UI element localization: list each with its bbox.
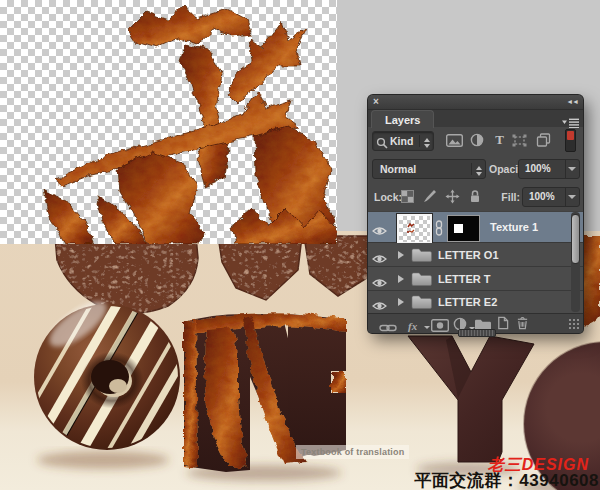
opacity-value-box[interactable]: 100% bbox=[518, 159, 580, 179]
caption-text: Textbook of translation bbox=[301, 447, 404, 457]
filter-toggle-indicator bbox=[567, 131, 574, 140]
visibility-eye-icon[interactable] bbox=[372, 250, 387, 260]
opacity-value: 100% bbox=[525, 163, 551, 174]
blend-row: Normal Opacity: 100% bbox=[368, 154, 583, 182]
layer-name[interactable]: LETTER O1 bbox=[438, 249, 499, 261]
lock-image-pixels-brush-icon[interactable] bbox=[422, 189, 437, 204]
filter-shape-layers-icon[interactable] bbox=[511, 133, 528, 148]
filter-toggle-switch[interactable] bbox=[565, 129, 576, 152]
blend-mode-dropdown[interactable]: Normal bbox=[372, 159, 486, 179]
layer-list: Texture 1 LETTER O1 LETTER T bbox=[368, 211, 583, 314]
link-layers-button[interactable] bbox=[379, 319, 397, 333]
visibility-eye-icon[interactable] bbox=[372, 297, 387, 307]
layer-thumbnail[interactable] bbox=[397, 214, 432, 244]
panel-titlebar[interactable]: × ◄◄ bbox=[368, 95, 583, 110]
search-icon bbox=[376, 135, 388, 147]
fill-value-box[interactable]: 100% bbox=[522, 187, 580, 207]
layer-name[interactable]: LETTER T bbox=[438, 273, 491, 285]
collapse-panel-icon[interactable]: ◄◄ bbox=[566, 96, 578, 108]
blend-mode-value: Normal bbox=[380, 163, 416, 175]
caption-watermark: Textbook of translation bbox=[296, 445, 409, 459]
filter-pixel-layers-icon[interactable] bbox=[446, 133, 463, 148]
folder-icon bbox=[411, 294, 432, 309]
qq-group-watermark: 平面交流群：43940608 bbox=[414, 469, 599, 490]
disclosure-triangle-icon[interactable] bbox=[398, 298, 404, 306]
filter-adjustment-layers-icon[interactable] bbox=[468, 133, 485, 148]
disclosure-triangle-icon[interactable] bbox=[398, 251, 404, 259]
updown-arrows-icon bbox=[471, 163, 483, 175]
delete-layer-trash-button[interactable] bbox=[516, 316, 534, 330]
layer-mask-thumbnail[interactable] bbox=[447, 215, 480, 242]
folder-icon bbox=[411, 271, 432, 286]
fill-value: 100% bbox=[529, 191, 555, 202]
scrollbar[interactable] bbox=[571, 212, 580, 312]
layer-row-texture-1[interactable]: Texture 1 bbox=[368, 212, 583, 243]
visibility-eye-icon[interactable] bbox=[372, 274, 387, 284]
layer-row-letter-t[interactable]: LETTER T bbox=[368, 267, 583, 291]
thumbnail-texture-marks bbox=[399, 216, 430, 242]
filter-kind-dropdown[interactable]: Kind bbox=[372, 131, 434, 151]
tab-layers[interactable]: Layers bbox=[371, 110, 434, 128]
mask-white-area bbox=[454, 224, 463, 233]
layer-row-letter-e2[interactable]: LETTER E2 bbox=[368, 291, 583, 314]
layers-panel: × ◄◄ Layers Kind T bbox=[368, 95, 583, 333]
close-icon[interactable]: × bbox=[373, 95, 379, 108]
lock-all-padlock-icon[interactable] bbox=[469, 189, 484, 204]
panel-resize-grip[interactable] bbox=[568, 318, 581, 329]
layer-row-letter-o1[interactable]: LETTER O1 bbox=[368, 243, 583, 267]
caret-down-icon[interactable] bbox=[565, 188, 579, 206]
filter-row: Kind T bbox=[368, 127, 583, 154]
lock-label: Lock: bbox=[374, 191, 402, 203]
lock-transparent-pixels-icon[interactable] bbox=[401, 189, 416, 204]
filter-type-layers-icon[interactable]: T bbox=[491, 133, 508, 148]
panel-menu-icon[interactable] bbox=[562, 114, 579, 124]
fill-label: Fill: bbox=[496, 191, 520, 203]
screenshot: Textbook of translation 老三DESIGN 平面交流群：4… bbox=[0, 0, 600, 490]
mask-link-icon[interactable] bbox=[434, 220, 444, 236]
visibility-eye-icon[interactable] bbox=[372, 222, 387, 232]
panel-tab-row: Layers bbox=[368, 110, 583, 127]
disclosure-triangle-icon[interactable] bbox=[398, 275, 404, 283]
filter-kind-label: Kind bbox=[390, 135, 413, 147]
filter-smart-objects-icon[interactable] bbox=[535, 133, 552, 148]
caret-down-icon[interactable] bbox=[565, 160, 579, 178]
folder-icon bbox=[411, 247, 432, 262]
new-layer-button[interactable] bbox=[496, 316, 514, 330]
updown-arrows-icon bbox=[419, 135, 431, 147]
panel-resize-handle[interactable] bbox=[458, 329, 496, 337]
layer-name[interactable]: Texture 1 bbox=[490, 221, 538, 233]
layer-styles-fx-button[interactable]: fx bbox=[408, 316, 426, 330]
lock-position-move-icon[interactable] bbox=[445, 189, 460, 204]
layer-name[interactable]: LETTER E2 bbox=[438, 296, 497, 308]
texture-layer-strokes bbox=[0, 0, 337, 244]
add-layer-mask-button[interactable] bbox=[431, 318, 449, 332]
scrollbar-thumb[interactable] bbox=[571, 214, 580, 264]
lock-row: Lock: Fill: 100% bbox=[368, 182, 583, 212]
